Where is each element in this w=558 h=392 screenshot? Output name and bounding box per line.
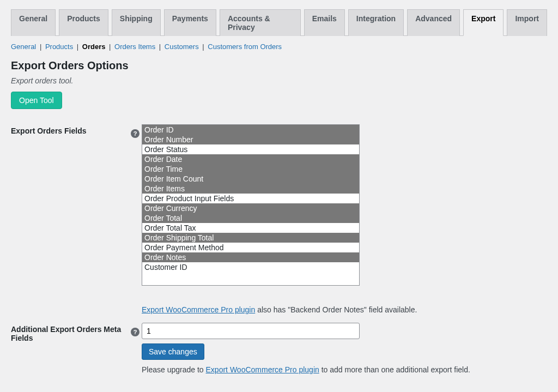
option-order-date[interactable]: Order Date (142, 154, 359, 164)
upgrade-note-before: Please upgrade to (142, 365, 206, 374)
tab-shipping[interactable]: Shipping (112, 9, 161, 36)
option-order-item-count[interactable]: Order Item Count (142, 174, 359, 184)
subnav-separator: | (159, 43, 163, 51)
subnav-orders-items[interactable]: Orders Items (114, 43, 155, 51)
upgrade-pro-link[interactable]: Export WooCommerce Pro plugin (206, 365, 319, 374)
option-order-number[interactable]: Order Number (142, 135, 359, 144)
export-fields-select[interactable]: Order ID Order Number Order Status Order… (142, 124, 360, 286)
option-order-time[interactable]: Order Time (142, 164, 359, 174)
upgrade-note-after: to add more than one additional export f… (319, 365, 470, 374)
option-order-notes[interactable]: Order Notes (142, 252, 359, 262)
option-order-id[interactable]: Order ID (142, 125, 359, 135)
option-order-product-input-fields[interactable]: Order Product Input Fields (142, 194, 359, 203)
pro-plugin-note: Export WooCommerce Pro plugin also has "… (142, 305, 547, 314)
open-tool-button[interactable]: Open Tool (11, 92, 62, 109)
option-customer-id[interactable]: Customer ID (142, 262, 359, 272)
subnav-separator: | (109, 43, 113, 51)
subnav-customers[interactable]: Customers (165, 43, 199, 51)
pro-plugin-note-text: also has "Backend Order Notes" field ava… (255, 305, 417, 314)
tab-accounts-privacy[interactable]: Accounts & Privacy (220, 9, 301, 36)
meta-fields-input[interactable] (142, 323, 360, 339)
tab-products[interactable]: Products (59, 9, 108, 36)
option-order-payment-method[interactable]: Order Payment Method (142, 243, 359, 252)
upgrade-note: Please upgrade to Export WooCommerce Pro… (142, 365, 547, 374)
subnav-orders[interactable]: Orders (82, 43, 106, 51)
help-icon[interactable]: ? (131, 129, 140, 138)
sub-nav: General | Products | Orders | Orders Ite… (11, 43, 547, 51)
option-order-shipping-total[interactable]: Order Shipping Total (142, 233, 359, 243)
export-fields-label: Export Orders Fields (11, 120, 131, 318)
help-icon[interactable]: ? (131, 328, 140, 336)
tab-emails[interactable]: Emails (304, 9, 345, 36)
tab-export[interactable]: Export (463, 9, 504, 36)
option-order-status[interactable]: Order Status (142, 144, 359, 154)
tab-advanced[interactable]: Advanced (407, 9, 460, 36)
tab-payments[interactable]: Payments (164, 9, 216, 36)
page-title: Export Orders Options (11, 59, 547, 72)
meta-fields-label: Additional Export Orders Meta Fields (11, 318, 131, 378)
option-order-currency[interactable]: Order Currency (142, 203, 359, 213)
subnav-separator: | (40, 43, 44, 51)
tab-import[interactable]: Import (507, 9, 547, 36)
option-order-total-tax[interactable]: Order Total Tax (142, 223, 359, 233)
tab-integration[interactable]: Integration (348, 9, 404, 36)
option-order-items[interactable]: Order Items (142, 184, 359, 194)
tab-general[interactable]: General (11, 9, 56, 36)
page-description: Export orders tool. (11, 76, 547, 85)
subnav-separator: | (77, 43, 81, 51)
subnav-general[interactable]: General (11, 43, 36, 51)
subnav-customers-from-orders[interactable]: Customers from Orders (208, 43, 282, 51)
pro-plugin-link[interactable]: Export WooCommerce Pro plugin (142, 305, 255, 314)
subnav-products[interactable]: Products (45, 43, 73, 51)
save-changes-button[interactable]: Save changes (142, 343, 204, 360)
option-order-total[interactable]: Order Total (142, 213, 359, 223)
subnav-separator: | (202, 43, 206, 51)
main-tabs: General Products Shipping Payments Accou… (11, 9, 547, 36)
